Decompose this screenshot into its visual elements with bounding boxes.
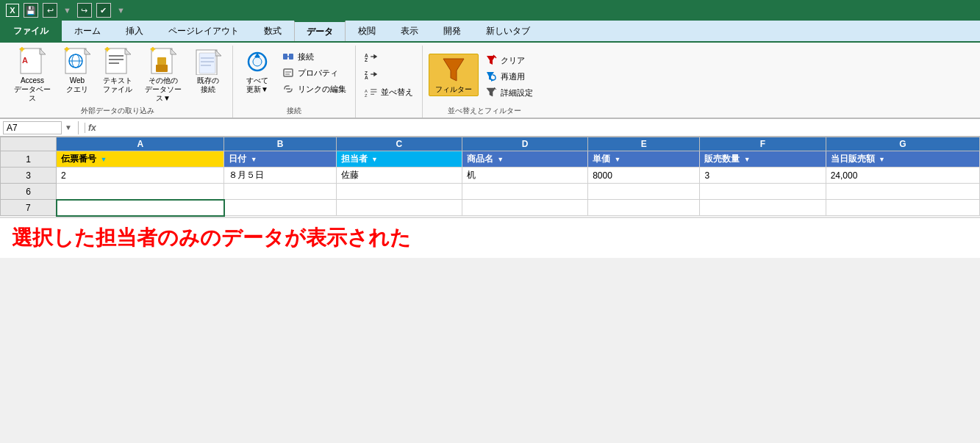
- tab-dev[interactable]: 開発: [431, 21, 473, 41]
- btn-other[interactable]: ✦ その他のデータソース▼: [140, 46, 187, 104]
- btn-refresh-all[interactable]: すべて更新▼: [239, 46, 276, 96]
- tab-data[interactable]: データ: [294, 21, 346, 41]
- col-header-d[interactable]: D: [462, 137, 587, 151]
- tab-insert[interactable]: 挿入: [113, 21, 156, 41]
- btn-sort-za[interactable]: Z A: [362, 66, 416, 82]
- btn-property[interactable]: プロパティ: [279, 65, 349, 81]
- filter-arrow-g1[interactable]: ▼: [879, 156, 885, 163]
- cell-g7[interactable]: [826, 200, 979, 216]
- title-bar: X 💾 ↩ ▼ ↪ ✔ ▼: [0, 0, 980, 21]
- fx-icon: fx: [85, 123, 99, 133]
- tab-new[interactable]: 新しいタブ: [473, 21, 543, 41]
- filter-arrow-f1[interactable]: ▼: [744, 156, 751, 163]
- btn-sort-custom[interactable]: A Z 並べ替え: [362, 84, 416, 100]
- cell-a1[interactable]: 伝票番号 ▼: [57, 151, 224, 168]
- filter-arrow-d1[interactable]: ▼: [497, 156, 504, 163]
- refresh-all-label: すべて更新▼: [246, 76, 268, 94]
- sort-custom-icon: A Z: [365, 85, 378, 98]
- btn-text[interactable]: ✦ テキストファイル: [99, 46, 137, 96]
- sort-az-icon: A Z: [365, 50, 378, 63]
- btn-existing[interactable]: 既存の接続: [190, 46, 226, 96]
- access-label: Accessデータベース: [13, 76, 51, 103]
- tab-file[interactable]: ファイル: [0, 21, 62, 41]
- col-header-a[interactable]: A: [57, 137, 224, 151]
- btn-reapply[interactable]: 再適用: [482, 68, 540, 84]
- tab-page-layout[interactable]: ページレイアウト: [156, 21, 251, 41]
- cell-e6[interactable]: [588, 184, 700, 200]
- cell-f1[interactable]: 販売数量 ▼: [700, 151, 826, 168]
- sort-label: 並べ替え: [381, 87, 413, 98]
- filter-arrow-b1[interactable]: ▼: [251, 156, 257, 163]
- cell-a3[interactable]: 2: [57, 168, 224, 184]
- cell-f6[interactable]: [700, 184, 826, 200]
- separator: ▼: [63, 6, 71, 15]
- filter-group-label: 並べ替えとフィルター: [429, 104, 540, 116]
- col-header-c[interactable]: C: [336, 137, 462, 151]
- cell-f3[interactable]: 3: [700, 168, 826, 184]
- tab-formula[interactable]: 数式: [251, 21, 294, 41]
- cell-c6[interactable]: [336, 184, 462, 200]
- tab-view[interactable]: 表示: [388, 21, 431, 41]
- cell-e7[interactable]: [588, 200, 700, 216]
- cell-e3[interactable]: 8000: [588, 168, 700, 184]
- btn-clear[interactable]: クリア: [482, 52, 540, 68]
- svg-marker-53: [491, 79, 494, 82]
- cell-c3[interactable]: 佐藤: [336, 168, 462, 184]
- web-icon: ✦: [63, 47, 91, 75]
- col-header-row: A B C D E F G: [1, 137, 980, 151]
- tab-home[interactable]: ホーム: [62, 21, 113, 41]
- cell-d3[interactable]: 机: [462, 168, 587, 184]
- formula-bar-divider: [78, 121, 79, 134]
- col-header-b[interactable]: B: [224, 137, 336, 151]
- col-header-g[interactable]: G: [826, 137, 979, 151]
- connections-label: 接続: [239, 104, 349, 116]
- cell-ref-box[interactable]: A7: [3, 121, 62, 134]
- undo-btn[interactable]: ↩: [43, 3, 57, 18]
- cell-g3[interactable]: 24,000: [826, 168, 979, 184]
- filter-arrow-a1[interactable]: ▼: [100, 156, 107, 163]
- cell-f7[interactable]: [700, 200, 826, 216]
- cell-ref-arrow[interactable]: ▼: [65, 123, 72, 132]
- col-header-f[interactable]: F: [700, 137, 826, 151]
- cell-g6[interactable]: [826, 184, 979, 200]
- cell-c7[interactable]: [336, 200, 462, 216]
- cell-a6[interactable]: [57, 184, 224, 200]
- redo-btn[interactable]: ↪: [77, 3, 92, 18]
- btn-connect[interactable]: 接続: [279, 48, 349, 65]
- cell-a7[interactable]: [57, 200, 224, 216]
- svg-marker-50: [487, 56, 496, 65]
- cell-g1[interactable]: 当日販売額 ▼: [826, 151, 979, 168]
- btn-sort-az[interactable]: A Z: [362, 48, 416, 65]
- connect-label: 接続: [298, 51, 314, 62]
- cell-d7[interactable]: [462, 200, 587, 216]
- cell-b7[interactable]: [224, 200, 336, 216]
- save-btn[interactable]: 💾: [24, 3, 38, 18]
- formula-input[interactable]: [102, 123, 977, 133]
- ribbon-content: A ✦ Accessデータベース ✦: [0, 43, 980, 119]
- cell-e1[interactable]: 単価 ▼: [588, 151, 700, 168]
- svg-marker-5: [85, 48, 90, 54]
- btn-edit-link[interactable]: リンクの編集: [279, 81, 349, 97]
- existing-label: 既存の接続: [197, 76, 219, 94]
- svg-text:Z: Z: [365, 93, 368, 98]
- cell-d6[interactable]: [462, 184, 587, 200]
- cell-b6[interactable]: [224, 184, 336, 200]
- col-header-e[interactable]: E: [588, 137, 700, 151]
- svg-text:Z: Z: [365, 57, 368, 62]
- cell-b3[interactable]: ８月５日: [224, 168, 336, 184]
- btn-access[interactable]: A ✦ Accessデータベース: [9, 46, 56, 104]
- check-btn[interactable]: ✔: [96, 3, 111, 18]
- svg-marker-49: [443, 59, 464, 81]
- cell-d1[interactable]: 商品名 ▼: [462, 151, 587, 168]
- sheet-table: A B C D E F G 1 伝票番号 ▼ 日付 ▼ 担当者 ▼: [0, 137, 980, 217]
- cell-b1[interactable]: 日付 ▼: [224, 151, 336, 168]
- tab-review[interactable]: 校閲: [346, 21, 388, 41]
- btn-advanced[interactable]: 詳細設定: [482, 84, 540, 101]
- btn-web[interactable]: ✦ Webクエリ: [59, 46, 96, 96]
- group-sort: A Z Z A: [356, 46, 423, 118]
- cell-c1[interactable]: 担当者 ▼: [336, 151, 462, 168]
- filter-arrow-e1[interactable]: ▼: [615, 156, 621, 163]
- filter-arrow-c1[interactable]: ▼: [371, 156, 378, 163]
- btn-filter[interactable]: フィルター: [429, 54, 479, 96]
- svg-rect-18: [156, 65, 168, 72]
